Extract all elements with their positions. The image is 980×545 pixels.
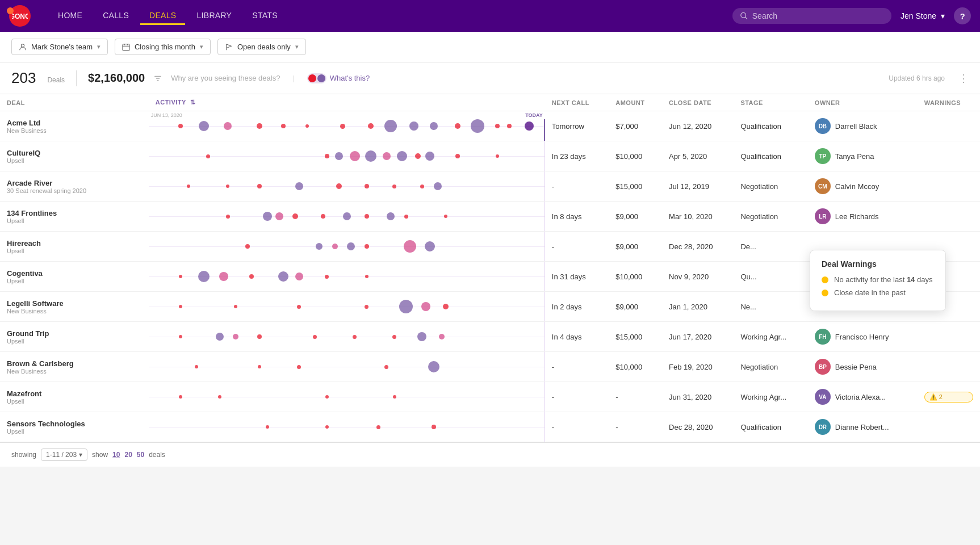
- flag-icon: [225, 43, 233, 51]
- deal-type: New Business: [7, 308, 142, 315]
- activity-bubble: [224, 122, 232, 130]
- search-bar[interactable]: [732, 8, 891, 24]
- stats-bar: 203 Deals $2,160,000 Why are you seeing …: [0, 62, 980, 94]
- today-line: [545, 352, 545, 382]
- stage-cell: Negotiation: [734, 202, 807, 232]
- team-filter-chevron: ▾: [97, 43, 100, 51]
- deal-type: Upsell: [7, 278, 142, 284]
- activity-bubble: [421, 302, 430, 311]
- activity-bubble: [365, 150, 376, 162]
- deal-name: 134 Frontlines: [7, 209, 142, 217]
- user-menu[interactable]: Jen Stone ▾: [901, 11, 945, 20]
- col-warnings: WARNINGS: [918, 94, 980, 111]
- activity-bubble: [297, 305, 301, 309]
- activity-bubble: [249, 274, 254, 279]
- activity-bubble: [343, 212, 351, 220]
- deal-cell: CultureIQUpsell: [0, 141, 149, 171]
- search-icon: [740, 12, 748, 20]
- stage-cell: Working Agr...: [734, 322, 807, 352]
- table-row[interactable]: MazefrontUpsell--Jun 31, 2020Working Agr…: [0, 382, 980, 412]
- stage-cell: De...: [734, 232, 807, 262]
- sort-icon: ⇅: [190, 99, 196, 106]
- owner-name: Tanya Pena: [835, 152, 874, 161]
- stage-cell: Qualification: [734, 412, 807, 442]
- page-size-20[interactable]: 20: [124, 451, 132, 459]
- activity-bubble: [218, 395, 221, 399]
- deal-cell: Arcade River30 Seat renewal spring 2020: [0, 171, 149, 202]
- activity-center-line: [149, 307, 545, 307]
- page-size-10[interactable]: 10: [112, 451, 120, 459]
- status-filter-label: Open deals only: [237, 43, 291, 51]
- avatar: CM: [815, 178, 831, 194]
- table-row[interactable]: 134 FrontlinesUpsellIn 8 days$9,000Mar 1…: [0, 202, 980, 232]
- showing-label: showing: [11, 451, 36, 459]
- nav-library[interactable]: LIBRARY: [187, 7, 241, 25]
- page-size-50[interactable]: 50: [137, 451, 144, 459]
- table-row[interactable]: Ground TripUpsellIn 4 days$15,000Jun 17,…: [0, 322, 980, 352]
- activity-bubble: [387, 212, 395, 220]
- activity-bubble: [275, 212, 283, 220]
- deal-type: 30 Seat renewal spring 2020: [7, 187, 142, 194]
- activity-bubble: [226, 215, 230, 219]
- activity-bubble: [195, 365, 198, 368]
- team-filter[interactable]: Mark Stone's team ▾: [11, 39, 108, 55]
- navbar: GONG HOME CALLS DEALS LIBRARY STATS Jen …: [0, 0, 980, 32]
- table-row[interactable]: Acme LtdNew BusinessJUN 13, 2020TODAYTom…: [0, 111, 980, 141]
- deals-count: 203: [11, 69, 36, 87]
- logo[interactable]: GONG: [9, 5, 31, 27]
- deals-count-label: Deals: [47, 76, 65, 84]
- more-options-icon[interactable]: ⋮: [958, 72, 969, 85]
- help-button[interactable]: ?: [954, 7, 971, 24]
- col-activity[interactable]: ACTIVITY ⇅: [149, 94, 545, 111]
- nav-home[interactable]: HOME: [49, 7, 91, 25]
- nav-stats[interactable]: STATS: [243, 7, 287, 25]
- next-call-cell: In 8 days: [545, 202, 609, 232]
- tooltip-dot-1: [822, 276, 828, 283]
- activity-bubble: [420, 185, 424, 188]
- activity-bubble: [295, 182, 303, 190]
- amount-cell: $10,000: [609, 262, 662, 292]
- activity-bubble: [199, 121, 209, 131]
- deal-type: Upsell: [7, 248, 142, 254]
- deal-cell: HirereachUpsell: [0, 232, 149, 262]
- dot-purple: [317, 74, 325, 82]
- activity-bubble: [178, 124, 183, 128]
- today-line: [545, 262, 545, 291]
- activity-bubble: [432, 425, 436, 429]
- period-filter-chevron: ▾: [200, 43, 203, 51]
- showing-range-select[interactable]: 1-11 / 203 ▾: [41, 448, 87, 461]
- table-row[interactable]: CultureIQUpsellIn 23 days$10,000Apr 5, 2…: [0, 141, 980, 171]
- activity-cell: [149, 232, 545, 262]
- warnings-cell: [918, 202, 980, 232]
- nav-deals[interactable]: DEALS: [140, 7, 185, 25]
- user-name: Jen Stone: [901, 11, 936, 20]
- activity-bubble: [325, 154, 329, 158]
- amount-cell: -: [609, 382, 662, 412]
- deal-type: Upsell: [7, 157, 142, 164]
- activity-center-line: [149, 397, 545, 397]
- next-call-cell: In 23 days: [545, 141, 609, 171]
- deal-name: Hirereach: [7, 239, 142, 248]
- next-call-cell: -: [545, 171, 609, 202]
- warning-badge[interactable]: ⚠️ 2: [924, 392, 973, 403]
- activity-cell: [149, 171, 545, 202]
- vertical-divider: [76, 70, 77, 86]
- activity-bubble: [471, 119, 484, 133]
- nav-calls[interactable]: CALLS: [94, 7, 138, 25]
- close-date-cell: Jan 1, 2020: [662, 292, 734, 322]
- table-row[interactable]: Sensors TechnologiesUpsell--Dec 28, 2020…: [0, 412, 980, 442]
- table-row[interactable]: Brown & CarlsbergNew Business-$10,000Feb…: [0, 352, 980, 382]
- activity-bubble: [365, 244, 369, 249]
- whats-this-button[interactable]: What's this?: [307, 73, 370, 83]
- owner-cell: LR Lee Richards: [808, 202, 918, 232]
- activity-cell: [149, 352, 545, 382]
- table-row[interactable]: Arcade River30 Seat renewal spring 2020-…: [0, 171, 980, 202]
- stage-cell: Qualification: [734, 111, 807, 141]
- search-input[interactable]: [752, 11, 883, 20]
- period-filter[interactable]: Closing this month ▾: [115, 39, 211, 55]
- activity-center-line: [149, 367, 545, 367]
- activity-bubble: [415, 153, 421, 159]
- status-filter[interactable]: Open deals only ▾: [217, 39, 306, 55]
- amount-cell: $9,000: [609, 202, 662, 232]
- warnings-cell: [918, 111, 980, 141]
